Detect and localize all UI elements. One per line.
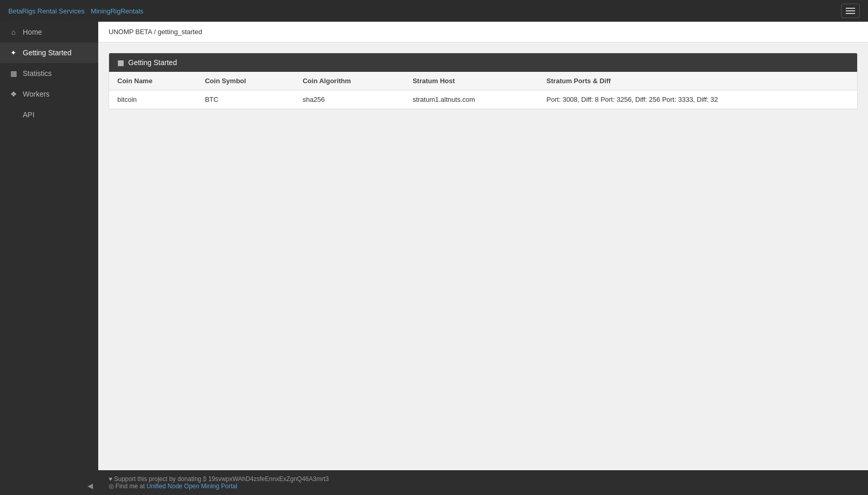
sidebar-label-statistics: Statistics [23, 69, 52, 78]
layout: ⌂ Home ✦ Getting Started ▦ Statistics ❖ … [0, 22, 868, 495]
col-coin-algorithm: Coin Algorithm [294, 72, 404, 90]
col-coin-symbol: Coin Symbol [196, 72, 294, 90]
sidebar-label-home: Home [23, 28, 42, 36]
hamburger-line [846, 13, 855, 14]
hamburger-line [846, 10, 855, 11]
card-header-icon: ▦ [117, 58, 124, 67]
sidebar-item-workers[interactable]: ❖ Workers [0, 84, 98, 104]
sidebar: ⌂ Home ✦ Getting Started ▦ Statistics ❖ … [0, 22, 98, 495]
getting-started-card: ▦ Getting Started Coin Name Coin Symbol … [109, 53, 858, 110]
card-header: ▦ Getting Started [109, 53, 857, 72]
sidebar-item-home[interactable]: ⌂ Home [0, 22, 98, 42]
top-bar: BetaRigs Rental Services MiningRigRental… [0, 0, 868, 22]
footer-donation-line: ♥ Support this project by donating ₿ 19s… [109, 475, 858, 483]
collapse-icon: ◀ [87, 482, 93, 490]
table-cell-0: bitcoin [109, 90, 196, 109]
table-row: bitcoinBTCsha256stratum1.altnuts.comPort… [109, 90, 857, 109]
content-area: ▦ Getting Started Coin Name Coin Symbol … [98, 42, 868, 470]
sidebar-label-workers: Workers [23, 90, 50, 98]
sidebar-item-api[interactable]: API [0, 104, 98, 125]
card-header-title: Getting Started [128, 58, 177, 67]
table-body: bitcoinBTCsha256stratum1.altnuts.comPort… [109, 90, 857, 109]
hamburger-line [846, 8, 855, 9]
sidebar-items: ⌂ Home ✦ Getting Started ▦ Statistics ❖ … [0, 22, 98, 125]
bitcoin-icon: ₿ [203, 475, 207, 483]
wallet-address: 19svwpxWAhD4zsfeEnnxExZgnQ46A3mrt3 [208, 475, 329, 483]
table-header-row: Coin Name Coin Symbol Coin Algorithm Str… [109, 72, 857, 90]
table-cell-3: stratum1.altnuts.com [404, 90, 538, 109]
sidebar-item-getting-started[interactable]: ✦ Getting Started [0, 42, 98, 63]
breadcrumb-current: getting_started [158, 28, 202, 36]
coin-table: Coin Name Coin Symbol Coin Algorithm Str… [109, 72, 857, 109]
support-text: Support this project by donating [114, 475, 201, 483]
find-me-icon: ◎ [109, 483, 114, 490]
sidebar-icon-statistics: ▦ [9, 69, 18, 78]
col-stratum-ports: Stratum Ports & Diff [538, 72, 857, 90]
table-cell-1: BTC [196, 90, 294, 109]
sidebar-icon-workers: ❖ [9, 90, 18, 98]
find-me-text: Find me at [115, 483, 145, 490]
main-content: UNOMP BETA / getting_started ▦ Getting S… [98, 22, 868, 495]
table-cell-2: sha256 [294, 90, 404, 109]
table-cell-4: Port: 3008, Diff: 8 Port: 3256, Diff: 25… [538, 90, 857, 109]
breadcrumb-root: UNOMP BETA [109, 28, 152, 36]
col-stratum-host: Stratum Host [404, 72, 538, 90]
sidebar-collapse-button[interactable]: ◀ [0, 476, 98, 495]
heart-icon: ♥ [109, 475, 112, 483]
sidebar-icon-getting-started: ✦ [9, 49, 18, 57]
unified-node-link[interactable]: Unified Node Open Mining Portal [146, 483, 237, 490]
sidebar-label-getting-started: Getting Started [23, 49, 71, 57]
breadcrumb-separator: / [154, 28, 158, 36]
betarigs-link[interactable]: BetaRigs Rental Services [8, 7, 84, 15]
footer: ♥ Support this project by donating ₿ 19s… [98, 470, 868, 495]
table-head: Coin Name Coin Symbol Coin Algorithm Str… [109, 72, 857, 90]
top-bar-links: BetaRigs Rental Services MiningRigRental… [8, 7, 143, 15]
sidebar-label-api: API [23, 111, 35, 119]
breadcrumb: UNOMP BETA / getting_started [98, 22, 868, 42]
footer-findme-line: ◎ Find me at Unified Node Open Mining Po… [109, 483, 858, 490]
sidebar-item-statistics[interactable]: ▦ Statistics [0, 63, 98, 84]
miningrig-link[interactable]: MiningRigRentals [90, 7, 143, 15]
col-coin-name: Coin Name [109, 72, 196, 90]
sidebar-icon-home: ⌂ [9, 28, 18, 36]
hamburger-button[interactable] [841, 4, 860, 18]
